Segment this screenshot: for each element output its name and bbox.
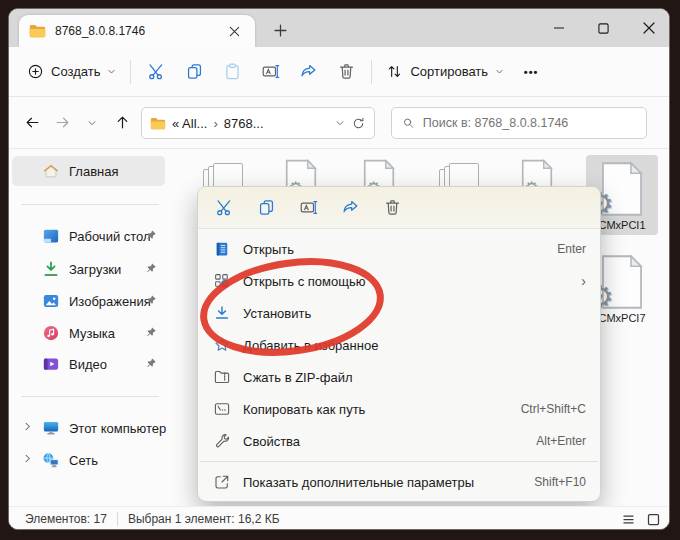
sort-button[interactable]: Сортировать [378, 57, 512, 86]
menu-item-add-favorite[interactable]: Добавить в избранное [198, 329, 600, 361]
tab-current[interactable]: 8768_8.0.8.1746 [19, 15, 255, 47]
share-button[interactable] [289, 55, 327, 89]
copy-button[interactable] [175, 55, 213, 89]
file-label: CMxPCI1 [598, 219, 645, 235]
menu-item-open-with[interactable]: Открыть с помощью › [198, 265, 600, 297]
rename-button[interactable] [290, 193, 326, 223]
file-label: CMxPCI7 [598, 312, 645, 328]
menu-divider [200, 461, 598, 462]
delete-icon [337, 62, 356, 81]
tab-close-icon[interactable] [223, 20, 245, 42]
sidebar-item-label: Видео [69, 357, 107, 372]
menu-item-label: Добавить в избранное [243, 338, 574, 353]
cut-button[interactable] [137, 55, 175, 89]
search-box[interactable] [391, 107, 647, 139]
wrench-icon [212, 432, 231, 451]
sidebar-item-label: Изображения [69, 294, 151, 309]
expand-chevron-icon[interactable] [22, 453, 33, 464]
close-button[interactable] [626, 9, 670, 47]
forward-icon [54, 114, 71, 131]
music-icon [42, 324, 60, 342]
breadcrumb-root[interactable]: « All... [172, 116, 207, 131]
sidebar-item-music[interactable]: Музыка [12, 318, 165, 348]
desktop-icon [42, 227, 60, 245]
refresh-icon[interactable] [351, 116, 366, 131]
menu-item-open[interactable]: Открыть Enter [198, 233, 600, 265]
context-menu: Открыть Enter Открыть с помощью › Устано… [197, 186, 601, 502]
network-icon [42, 451, 60, 469]
details-view-icon[interactable] [621, 512, 636, 527]
search-input[interactable] [423, 116, 636, 130]
copy-path-icon [212, 400, 231, 419]
up-button[interactable] [107, 108, 137, 138]
copy-button[interactable] [248, 193, 284, 223]
sidebar-item-network[interactable]: Сеть [12, 445, 165, 475]
back-button[interactable] [17, 108, 47, 138]
share-button[interactable] [332, 193, 368, 223]
sidebar-item-label: Этот компьютер [69, 421, 166, 436]
back-icon [24, 114, 41, 131]
toolbar-divider [130, 60, 131, 84]
sidebar-item-desktop[interactable]: Рабочий стол [12, 221, 165, 251]
pin-icon [145, 326, 157, 338]
navigation-pane: Главная Рабочий стол Загрузки Из [9, 149, 171, 506]
sidebar-item-home[interactable]: Главная [12, 156, 165, 186]
pin-icon [145, 294, 157, 306]
address-dropdown-icon[interactable] [335, 118, 345, 128]
sidebar-item-pictures[interactable]: Изображения [12, 286, 165, 316]
menu-item-shortcut: Enter [557, 242, 586, 256]
new-button[interactable]: Создать [19, 57, 124, 86]
menu-item-show-more-options[interactable]: Показать дополнительные параметры Shift+… [198, 466, 600, 498]
chevron-down-icon [107, 67, 116, 76]
see-more-button[interactable]: ••• [512, 55, 550, 89]
delete-button[interactable] [327, 55, 365, 89]
search-icon [402, 116, 415, 130]
pin-icon [145, 229, 157, 241]
window-controls [536, 9, 670, 47]
rename-button[interactable] [251, 55, 289, 89]
sidebar-item-video[interactable]: Видео [12, 349, 165, 379]
chevron-down-icon [495, 67, 504, 76]
menu-item-copy-as-path[interactable]: Копировать как путь Ctrl+Shift+C [198, 393, 600, 425]
menu-item-label: Сжать в ZIP-файл [243, 370, 574, 385]
menu-item-compress-zip[interactable]: Сжать в ZIP-файл [198, 361, 600, 393]
expand-chevron-icon[interactable] [22, 421, 33, 432]
sidebar-divider [21, 204, 159, 205]
sidebar-item-label: Сеть [69, 453, 98, 468]
pictures-icon [42, 292, 60, 310]
selection-info: Выбран 1 элемент: 16,2 КБ [128, 512, 280, 526]
favorite-star-icon [212, 336, 231, 355]
menu-item-label: Открыть с помощью [243, 274, 563, 289]
items-count: Элементов: 17 [25, 512, 107, 526]
large-icons-view-icon[interactable] [646, 512, 661, 527]
breadcrumb[interactable]: « All... › 8768... [141, 107, 375, 139]
toolbar-divider [371, 60, 372, 84]
sidebar-item-this-pc[interactable]: Этот компьютер [12, 413, 165, 443]
minimize-button[interactable] [536, 9, 581, 47]
delete-button[interactable] [374, 193, 410, 223]
delete-icon [383, 198, 402, 217]
menu-item-install[interactable]: Установить [198, 297, 600, 329]
pin-icon [145, 262, 157, 274]
paste-icon [223, 62, 242, 81]
tab-bar: 8768_8.0.8.1746 [9, 9, 670, 47]
maximize-button[interactable] [581, 9, 626, 47]
breadcrumb-current[interactable]: 8768... [224, 116, 264, 131]
menu-item-label: Открыть [243, 242, 545, 257]
forward-button[interactable] [47, 108, 77, 138]
copy-icon [185, 62, 204, 81]
tab-title: 8768_8.0.8.1746 [55, 24, 223, 38]
open-icon [212, 240, 231, 259]
breadcrumb-separator: › [213, 116, 217, 131]
sidebar-item-downloads[interactable]: Загрузки [12, 254, 165, 284]
new-tab-icon[interactable] [269, 19, 291, 41]
menu-item-properties[interactable]: Свойства Alt+Enter [198, 425, 600, 457]
up-icon [114, 114, 131, 131]
cut-icon [147, 62, 166, 81]
this-pc-icon [42, 419, 60, 437]
paste-button[interactable] [213, 55, 251, 89]
cut-button[interactable] [206, 193, 242, 223]
downloads-icon [42, 260, 60, 278]
recent-locations-button[interactable] [77, 108, 107, 138]
zip-folder-icon [212, 368, 231, 387]
